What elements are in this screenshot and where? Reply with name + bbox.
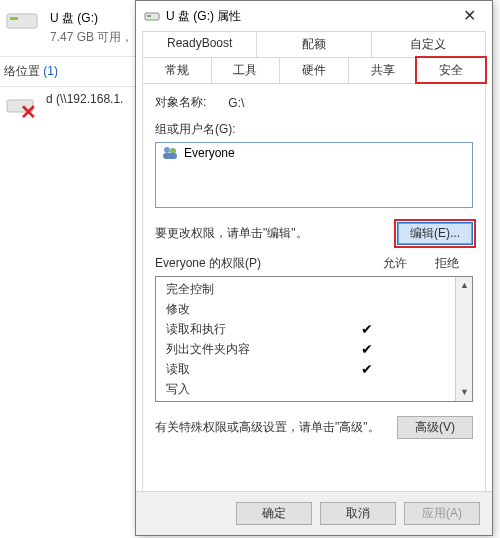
permission-name: 读取: [166, 361, 341, 378]
deny-header: 拒绝: [421, 255, 473, 272]
network-drive-icon: ✕: [6, 92, 42, 120]
network-drive-item[interactable]: ✕ d (\\192.168.1.: [6, 92, 123, 120]
group-item-label: Everyone: [184, 146, 235, 160]
tab-hardware[interactable]: 硬件: [279, 57, 349, 83]
edit-hint: 要更改权限，请单击"编辑"。: [155, 225, 397, 242]
permission-name: 读取和执行: [166, 321, 341, 338]
object-name-value: G:\: [228, 96, 244, 110]
close-button[interactable]: ✕: [447, 2, 492, 31]
group-item-everyone[interactable]: Everyone: [156, 143, 472, 163]
svg-rect-7: [163, 153, 177, 159]
security-panel: 对象名称: G:\ 组或用户名(G): Everyone 要更改权限，请单击"编…: [142, 83, 486, 513]
permission-name: 列出文件夹内容: [166, 341, 341, 358]
scroll-down-icon[interactable]: ▼: [456, 384, 473, 401]
titlebar[interactable]: U 盘 (G:) 属性 ✕: [136, 1, 492, 31]
group-users-list[interactable]: Everyone: [155, 142, 473, 208]
svg-point-5: [164, 147, 170, 153]
network-section-count: (1): [43, 64, 58, 78]
tab-readyboost[interactable]: ReadyBoost: [142, 31, 257, 57]
check-icon: ✔: [361, 321, 373, 337]
object-name-label: 对象名称:: [155, 94, 206, 111]
tab-quota[interactable]: 配额: [256, 31, 371, 57]
tab-custom[interactable]: 自定义: [371, 31, 486, 57]
svg-rect-0: [7, 14, 37, 28]
permission-row[interactable]: 完全控制: [156, 279, 455, 299]
drive-subtext: 7.47 GB 可用，: [50, 29, 133, 46]
dialog-title: U 盘 (G:) 属性: [166, 8, 447, 25]
network-drive-label: d (\\192.168.1.: [46, 92, 123, 106]
properties-dialog: U 盘 (G:) 属性 ✕ ReadyBoost 配额 自定义 常规 工具 硬件…: [135, 0, 493, 536]
allow-cell: ✔: [341, 321, 393, 337]
check-icon: ✔: [361, 361, 373, 377]
permission-name: 修改: [166, 301, 341, 318]
advanced-hint: 有关特殊权限或高级设置，请单击"高级"。: [155, 419, 397, 436]
allow-header: 允许: [369, 255, 421, 272]
svg-rect-1: [10, 17, 18, 20]
allow-cell: ✔: [341, 341, 393, 357]
drive-title-icon: [144, 8, 160, 24]
tab-tools[interactable]: 工具: [211, 57, 281, 83]
drive-entry[interactable]: U 盘 (G:) 7.47 GB 可用，: [50, 10, 133, 46]
tabs: ReadyBoost 配额 自定义 常规 工具 硬件 共享 安全: [136, 31, 492, 83]
scrollbar[interactable]: ▲ ▼: [455, 277, 472, 401]
drive-label: U 盘 (G:): [50, 10, 133, 27]
check-icon: ✔: [361, 341, 373, 357]
svg-rect-4: [147, 15, 151, 17]
permission-row[interactable]: 列出文件夹内容✔: [156, 339, 455, 359]
apply-button[interactable]: 应用(A): [404, 502, 480, 525]
permissions-label: Everyone 的权限(P): [155, 255, 369, 272]
cancel-button[interactable]: 取消: [320, 502, 396, 525]
ok-button[interactable]: 确定: [236, 502, 312, 525]
tab-general[interactable]: 常规: [142, 57, 212, 83]
disconnected-x-icon: ✕: [20, 100, 37, 124]
tab-security[interactable]: 安全: [416, 57, 486, 83]
tab-sharing[interactable]: 共享: [348, 57, 418, 83]
advanced-button[interactable]: 高级(V): [397, 416, 473, 439]
permission-row[interactable]: 修改: [156, 299, 455, 319]
permission-name: 完全控制: [166, 281, 341, 298]
permissions-list[interactable]: 完全控制修改读取和执行✔列出文件夹内容✔读取✔写入 ▲ ▼: [155, 276, 473, 402]
network-section-header[interactable]: 络位置 (1): [0, 56, 135, 87]
network-section-label: 络位置: [4, 64, 40, 78]
drive-icon: [6, 6, 42, 34]
dialog-buttons: 确定 取消 应用(A): [136, 491, 492, 535]
users-icon: [162, 146, 178, 160]
edit-button[interactable]: 编辑(E)...: [397, 222, 473, 245]
permission-row[interactable]: 读取✔: [156, 359, 455, 379]
permission-row[interactable]: 写入: [156, 379, 455, 399]
permission-row[interactable]: 读取和执行✔: [156, 319, 455, 339]
permission-name: 写入: [166, 381, 341, 398]
allow-cell: ✔: [341, 361, 393, 377]
scroll-up-icon[interactable]: ▲: [456, 277, 473, 294]
group-users-label: 组或用户名(G):: [155, 121, 473, 138]
